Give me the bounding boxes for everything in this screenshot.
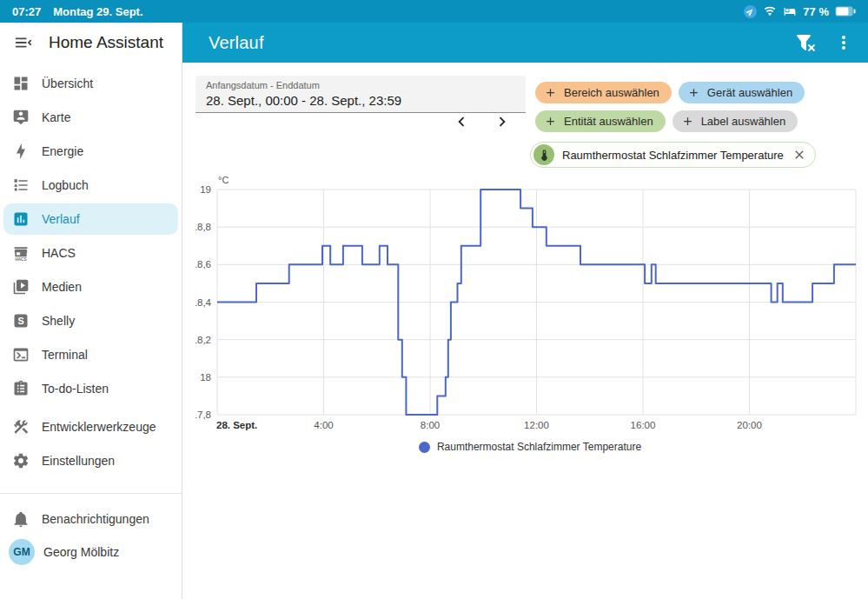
y-axis-tick: 18,4 xyxy=(195,297,212,308)
history-chart-icon xyxy=(12,210,30,228)
entity-chip-label: Raumthermostat Schlafzimmer Temperature xyxy=(562,149,784,162)
sidebar-item-todo-listen[interactable]: To-do-Listen xyxy=(3,373,178,404)
page-title: Verlauf xyxy=(209,33,264,53)
sidebar: Home Assistant ÜbersichtKarteEnergieLogb… xyxy=(0,23,182,599)
plus-icon xyxy=(544,115,557,128)
close-icon[interactable] xyxy=(792,148,806,162)
dots-vertical-icon[interactable] xyxy=(833,32,854,53)
map-account-icon xyxy=(12,109,30,126)
chart-legend[interactable]: Raumthermostat Schlafzimmer Temperature xyxy=(195,439,865,455)
y-axis-tick: 18,6 xyxy=(195,259,211,270)
sidebar-item-energie[interactable]: Energie xyxy=(3,136,178,167)
notifications-label: Benachrichtigungen xyxy=(42,512,149,526)
sidebar-toggle-icon[interactable] xyxy=(14,33,33,52)
x-axis-tick: 16:00 xyxy=(631,420,656,430)
chip-bereich-auswaehlen[interactable]: Bereich auswählen xyxy=(535,82,672,103)
sidebar-item-medien[interactable]: Medien xyxy=(3,271,178,303)
previous-period-button[interactable] xyxy=(449,110,474,134)
sidebar-item-label: Terminal xyxy=(42,348,88,362)
sidebar-item-terminal[interactable]: Terminal xyxy=(3,339,178,370)
sidebar-item-label: Einstellungen xyxy=(42,454,115,468)
svg-text:S: S xyxy=(17,316,23,326)
date-range-value: 28. Sept., 00:00 - 28. Sept., 23:59 xyxy=(206,93,515,108)
chip-entitaet-auswaehlen[interactable]: Entität auswählen xyxy=(535,110,666,132)
hacs-store-icon: HACS xyxy=(12,244,30,262)
legend-dot xyxy=(419,442,430,453)
next-period-button[interactable] xyxy=(490,110,514,134)
sidebar-item-label: HACS xyxy=(42,246,76,260)
legend-label: Raumthermostat Schlafzimmer Temperature xyxy=(437,441,641,453)
sidebar-item-uebersicht[interactable]: Übersicht xyxy=(3,68,178,99)
filter-chips: Bereich auswählenGerät auswählenEntität … xyxy=(535,82,865,132)
chip-label: Gerät auswählen xyxy=(707,86,792,99)
y-axis-tick: 19 xyxy=(200,184,211,195)
sidebar-item-verlauf[interactable]: Verlauf xyxy=(3,203,178,235)
sidebar-header: Home Assistant xyxy=(0,23,182,63)
sidebar-nav: ÜbersichtKarteEnergieLogbuchVerlaufHACSH… xyxy=(0,63,182,476)
plus-icon xyxy=(687,86,700,99)
x-axis-tick: 4:00 xyxy=(314,420,333,430)
svg-text:HACS: HACS xyxy=(16,257,27,262)
y-axis-tick: 18,2 xyxy=(195,335,211,345)
user-name: Georg Mölbitz xyxy=(43,545,119,559)
status-time: 07:27 xyxy=(12,5,41,18)
sidebar-item-einstellungen[interactable]: Einstellungen xyxy=(3,445,178,476)
x-axis-tick: 8:00 xyxy=(421,420,440,430)
sidebar-item-user[interactable]: GM Georg Mölbitz xyxy=(3,536,178,569)
y-axis-tick: 18,8 xyxy=(195,222,211,232)
plus-icon xyxy=(544,86,557,99)
x-axis-tick: 12:00 xyxy=(524,420,549,430)
entity-avatar xyxy=(533,144,554,165)
x-axis-tick: 20:00 xyxy=(737,420,762,430)
y-axis-tick: 18 xyxy=(200,372,211,383)
plus-icon xyxy=(681,115,694,128)
sidebar-item-label: Übersicht xyxy=(42,77,93,90)
y-axis-unit: °C xyxy=(218,175,229,185)
filter-remove-icon[interactable] xyxy=(795,32,816,53)
chip-geraet-auswaehlen[interactable]: Gerät auswählen xyxy=(679,82,805,103)
status-bar: 07:27 Montag 29. Sept. 77 % xyxy=(0,0,868,23)
sidebar-item-entwicklerwerkzeuge[interactable]: Entwicklerwerkzeuge xyxy=(3,411,178,443)
user-avatar: GM xyxy=(9,539,35,565)
developer-hammer-icon xyxy=(12,418,30,436)
location-icon xyxy=(744,5,757,18)
chevron-right-icon xyxy=(493,112,512,131)
sidebar-item-hacs[interactable]: HACSHACS xyxy=(3,237,178,269)
battery-icon xyxy=(835,6,856,17)
status-date: Montag 29. Sept. xyxy=(53,5,142,18)
history-chart[interactable]: 1918,818,618,418,21817,8°C28. Sept.4:008… xyxy=(195,170,865,456)
sidebar-item-logbuch[interactable]: Logbuch xyxy=(3,170,178,201)
sidebar-item-label: Verlauf xyxy=(42,212,80,226)
thermometer-icon xyxy=(538,149,551,162)
media-play-icon xyxy=(12,278,30,296)
y-axis-tick: 17,8 xyxy=(195,409,211,420)
sidebar-item-notifications[interactable]: Benachrichtigungen xyxy=(3,502,178,536)
chevron-left-icon xyxy=(452,112,471,131)
app-name: Home Assistant xyxy=(49,33,163,52)
sidebar-item-label: Logbuch xyxy=(42,178,89,192)
sidebar-divider xyxy=(0,493,182,494)
logbook-list-icon xyxy=(12,176,30,194)
date-range-label: Anfangsdatum - Enddatum xyxy=(206,80,515,90)
chip-label: Bereich auswählen xyxy=(564,86,659,99)
selected-entity-chip[interactable]: Raumthermostat Schlafzimmer Temperature xyxy=(530,142,816,168)
sidebar-item-label: Karte xyxy=(42,110,70,124)
sidebar-item-label: Shelly xyxy=(42,314,75,328)
app-header: Verlauf xyxy=(182,23,868,63)
sidebar-item-karte[interactable]: Karte xyxy=(3,102,178,133)
sidebar-item-label: Entwicklerwerkzeuge xyxy=(42,420,156,434)
bell-icon xyxy=(12,510,30,528)
energy-flash-icon xyxy=(12,143,30,160)
todo-clipboard-icon xyxy=(12,380,30,397)
sidebar-item-shelly[interactable]: SShelly xyxy=(3,305,178,336)
view-dashboard-icon xyxy=(12,75,30,92)
wifi-icon xyxy=(763,5,777,17)
x-axis-tick: 28. Sept. xyxy=(216,420,257,430)
shelly-icon: S xyxy=(12,312,30,329)
chip-label-auswaehlen[interactable]: Label auswählen xyxy=(673,110,798,132)
bed-mode-icon xyxy=(783,5,797,17)
settings-gear-icon xyxy=(12,452,30,469)
battery-percent: 77 % xyxy=(803,5,829,18)
date-range-picker[interactable]: Anfangsdatum - Enddatum 28. Sept., 00:00… xyxy=(195,76,526,113)
sidebar-item-label: Energie xyxy=(42,144,83,158)
